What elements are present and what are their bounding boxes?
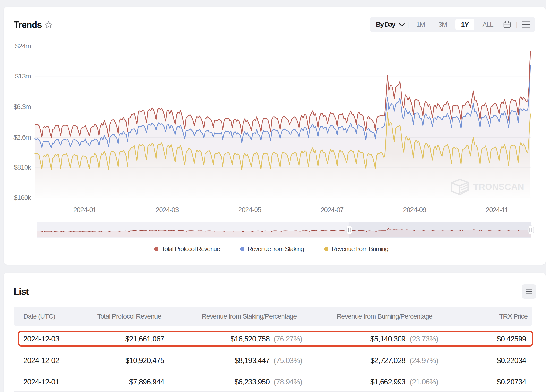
svg-text:TRONSCAN: TRONSCAN: [473, 182, 524, 192]
